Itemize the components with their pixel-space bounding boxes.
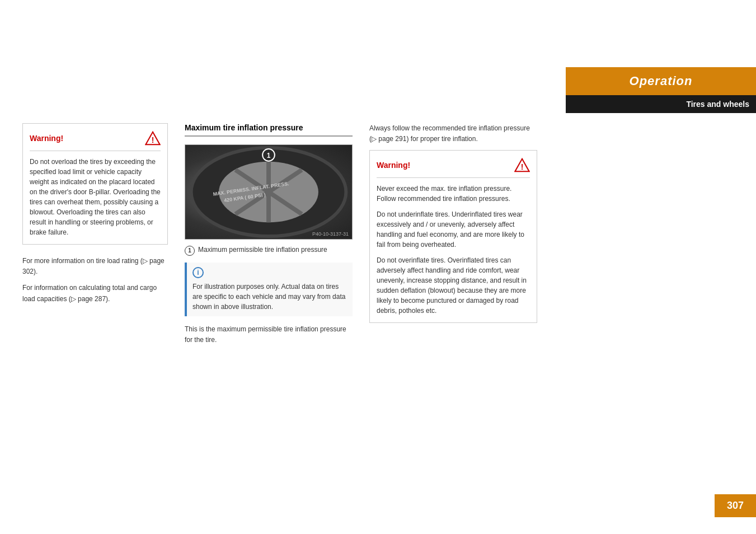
warning-header-right: Warning! ! bbox=[377, 157, 530, 178]
svg-text:!: ! bbox=[152, 135, 154, 144]
warning-box-left: Warning! ! Do not overload the tires by … bbox=[22, 123, 168, 245]
warning-body-right-2: Do not underinflate tires. Underinflated… bbox=[377, 209, 530, 250]
warning-header-left: Warning! ! bbox=[30, 130, 161, 151]
info-note-text: For illustration purposes only. Actual d… bbox=[192, 282, 347, 312]
tire-svg: MAX. PERMISS. INFLAT. PRESS. 420 KPA ( 6… bbox=[185, 145, 352, 239]
warning-body-left: Do not overload the tires by exceeding t… bbox=[30, 157, 161, 237]
body-text: This is the maximum permissible tire inf… bbox=[185, 324, 353, 345]
left-column: Warning! ! Do not overload the tires by … bbox=[22, 123, 168, 351]
tire-photo-id: P40-10-3137-31 bbox=[312, 231, 349, 237]
warning-triangle-icon-left: ! bbox=[145, 130, 161, 146]
operation-tab: Operation bbox=[566, 67, 756, 95]
caption-circle: 1 bbox=[185, 246, 195, 256]
warning-box-right: Warning! ! Never exceed the max. tire in… bbox=[369, 150, 537, 323]
warning-body-right-1: Never exceed the max. tire inflation pre… bbox=[377, 184, 530, 204]
caption-text: Maximum permissible tire inflation press… bbox=[198, 245, 327, 255]
right-column: Always follow the recommended tire infla… bbox=[369, 123, 537, 351]
info-note: i For illustration purposes only. Actual… bbox=[185, 263, 353, 316]
svg-text:1: 1 bbox=[267, 152, 271, 160]
content-area: Warning! ! Do not overload the tires by … bbox=[22, 123, 756, 351]
header-bar: Operation Tires and wheels bbox=[566, 67, 756, 113]
tire-image: MAX. PERMISS. INFLAT. PRESS. 420 KPA ( 6… bbox=[185, 144, 353, 240]
warning-triangle-icon-right: ! bbox=[514, 157, 530, 173]
warning-label-left: Warning! bbox=[30, 134, 63, 143]
intro-text: Always follow the recommended tire infla… bbox=[369, 123, 537, 144]
info-note-icon: i bbox=[192, 267, 204, 278]
warning-body-right-3: Do not overinflate tires. Overinflated t… bbox=[377, 255, 530, 316]
middle-column: Maximum tire inflation pressure MAX. P bbox=[185, 123, 353, 351]
info-line2: For information on calculating total and… bbox=[22, 283, 168, 304]
info-line1: For more information on tire load rating… bbox=[22, 256, 168, 277]
caption-row: 1 Maximum permissible tire inflation pre… bbox=[185, 245, 353, 256]
section-label: Tires and wheels bbox=[686, 100, 749, 109]
section-bar: Tires and wheels bbox=[566, 95, 756, 113]
svg-text:!: ! bbox=[521, 162, 524, 171]
warning-label-right: Warning! bbox=[377, 161, 410, 170]
section-heading: Maximum tire inflation pressure bbox=[185, 123, 353, 137]
operation-label: Operation bbox=[630, 74, 693, 88]
tire-image-inner: MAX. PERMISS. INFLAT. PRESS. 420 KPA ( 6… bbox=[185, 145, 352, 239]
page-number: 307 bbox=[715, 494, 756, 517]
